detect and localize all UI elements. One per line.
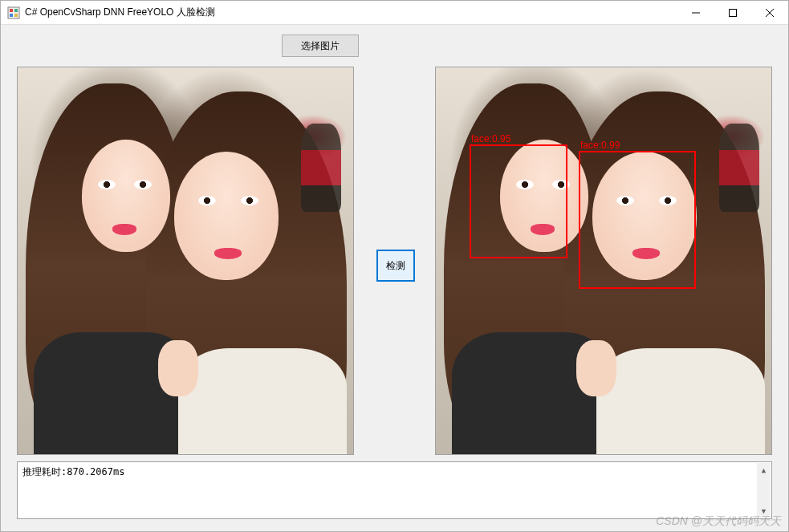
- scrollbar[interactable]: ▲ ▼: [757, 463, 771, 518]
- titlebar: C# OpenCvSharp DNN FreeYOLO 人脸检测: [1, 1, 788, 25]
- inference-time-text: 推理耗时:870.2067ms: [22, 466, 124, 477]
- select-image-button[interactable]: 选择图片: [282, 35, 359, 57]
- app-icon: [7, 6, 20, 19]
- detect-button[interactable]: 检测: [376, 250, 415, 282]
- detection-label-0: face:0.95: [471, 133, 510, 144]
- svg-rect-2: [14, 9, 18, 12]
- source-image-panel[interactable]: [17, 67, 354, 455]
- svg-rect-3: [10, 14, 13, 17]
- close-button[interactable]: [751, 1, 788, 24]
- detection-box-0: face:0.95: [470, 144, 567, 258]
- svg-rect-1: [10, 9, 13, 12]
- svg-rect-4: [14, 14, 18, 17]
- detection-label-1: face:0.99: [580, 140, 620, 151]
- detection-box-1: face:0.99: [579, 151, 696, 289]
- maximize-button[interactable]: [714, 1, 751, 24]
- source-photo: [18, 67, 353, 454]
- result-image-panel[interactable]: face:0.95face:0.99: [435, 67, 772, 455]
- client-area: 选择图片 检测: [1, 25, 788, 531]
- minimize-button[interactable]: [677, 1, 714, 24]
- app-window: C# OpenCvSharp DNN FreeYOLO 人脸检测 选择图片: [0, 0, 789, 532]
- watermark: CSDN @天天代码码天天: [656, 514, 781, 529]
- svg-rect-6: [730, 9, 737, 16]
- window-title: C# OpenCvSharp DNN FreeYOLO 人脸检测: [25, 6, 677, 19]
- window-controls: [677, 1, 788, 24]
- scroll-up-arrow[interactable]: ▲: [757, 463, 771, 477]
- output-textbox[interactable]: 推理耗时:870.2067ms ▲ ▼: [17, 461, 772, 519]
